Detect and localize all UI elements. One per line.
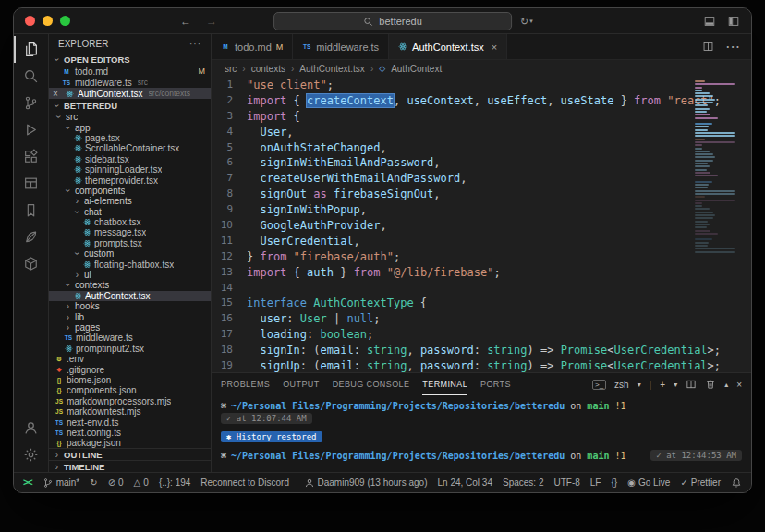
language-mode[interactable]: {}: [611, 478, 617, 488]
minimize-window-button[interactable]: [42, 16, 53, 26]
tree-file-themeprovider.tsx[interactable]: themeprovider.tsx: [49, 175, 211, 185]
indentation[interactable]: Spaces: 2: [503, 478, 543, 488]
discord-reconnect[interactable]: Reconnect to Discord: [200, 478, 289, 488]
new-terminal-button[interactable]: +: [660, 380, 665, 390]
maximize-panel-button[interactable]: ▴: [724, 381, 728, 389]
tree-file-markdowntest.mjs[interactable]: JSmarkdowntest.mjs: [49, 406, 211, 417]
sync-changes[interactable]: ↻: [90, 478, 97, 488]
open-editor-middleware.ts[interactable]: TSmiddleware.tssrc: [49, 77, 211, 88]
tree-file-markdownprocessors.mjs[interactable]: JSmarkdownprocessors.mjs: [49, 396, 211, 406]
notifications[interactable]: [731, 478, 742, 489]
close-window-button[interactable]: [25, 16, 35, 26]
tree-file-sidebar.tsx[interactable]: sidebar.tsx: [49, 154, 211, 164]
tab-todo.md[interactable]: Mtodo.mdM: [212, 34, 293, 59]
toggle-panel-icon[interactable]: [703, 15, 716, 28]
panel-tab-debug-console[interactable]: DEBUG CONSOLE: [333, 373, 410, 395]
breadcrumb-item-src[interactable]: src: [225, 64, 237, 74]
open-editor-todo.md[interactable]: Mtodo.mdM: [49, 66, 211, 77]
minimap[interactable]: [692, 79, 744, 372]
timeline-header[interactable]: › TIMELINE: [49, 460, 211, 472]
customize-layout-icon[interactable]: [727, 15, 740, 28]
tree-file-.gitignore[interactable]: ◆.gitignore: [49, 364, 211, 374]
shell-name[interactable]: zsh: [614, 380, 629, 390]
close-panel-button[interactable]: ×: [736, 380, 742, 390]
tree-folder-custom[interactable]: ›custom: [49, 248, 211, 259]
tree-file-AuthContext.tsx[interactable]: AuthContext.tsx: [49, 291, 211, 301]
terminal-body[interactable]: ⌘~/Personal Files/Programming/Projects/R…: [212, 395, 751, 472]
close-tab-icon[interactable]: ×: [492, 42, 497, 53]
tree-folder-components[interactable]: ›components: [49, 186, 211, 196]
activity-item-account[interactable]: [14, 415, 49, 441]
activity-item-explorer[interactable]: [14, 36, 49, 63]
tree-file-package.json[interactable]: {}package.json: [49, 438, 211, 448]
tree-file-spinningLoader.tsx[interactable]: spinningLoader.tsx: [49, 164, 211, 175]
breadcrumb-item-AuthContext.tsx[interactable]: AuthContext.tsx: [299, 64, 365, 74]
activity-item-table[interactable]: [14, 170, 49, 197]
nav-forward-icon[interactable]: →: [206, 15, 217, 28]
tree-file-page.tsx[interactable]: page.tsx: [49, 133, 211, 143]
breadcrumb[interactable]: src›contexts›AuthContext.tsx›◇AuthContex…: [212, 60, 751, 77]
encoding[interactable]: UTF-8: [553, 478, 579, 488]
nav-back-icon[interactable]: ←: [180, 15, 191, 28]
activity-item-bookmarks[interactable]: [14, 197, 49, 224]
tree-file-floating-chatbox.tsx[interactable]: floating-chatbox.tsx: [49, 259, 211, 269]
tree-file-prompts.tsx[interactable]: prompts.tsx: [49, 238, 211, 248]
shell-dropdown-icon[interactable]: ▾: [638, 381, 641, 389]
tree-folder-contexts[interactable]: ›contexts: [49, 280, 211, 290]
tree-folder-ai-elements[interactable]: ›ai-elements: [49, 196, 211, 206]
close-icon[interactable]: ×: [53, 89, 61, 99]
tree-folder-ui[interactable]: ›ui: [49, 270, 211, 280]
tree-file-middleware.ts[interactable]: TSmiddleware.ts: [49, 332, 211, 343]
activity-item-run-and-debug[interactable]: [14, 116, 49, 143]
bracket-count[interactable]: {..}: 194: [159, 478, 190, 488]
git-blame[interactable]: Daamin909 (13 hours ago): [304, 478, 428, 489]
tree-file-next.config.ts[interactable]: TSnext.config.ts: [49, 428, 211, 438]
tree-folder-chat[interactable]: ›chat: [49, 207, 211, 217]
problems-errors[interactable]: ⊘0: [108, 478, 124, 488]
go-live[interactable]: ◉Go Live: [627, 478, 670, 488]
outline-header[interactable]: › OUTLINE: [49, 448, 211, 460]
tree-file-promptinput2.tsx[interactable]: promptinput2.tsx: [49, 344, 211, 354]
command-center-search[interactable]: betteredu: [273, 12, 512, 30]
panel-tab-terminal[interactable]: TERMINAL: [422, 373, 468, 395]
panel-tab-problems[interactable]: PROBLEMS: [221, 373, 270, 395]
tree-file-biome.json[interactable]: {}biome.json: [49, 375, 211, 385]
code-editor[interactable]: 1"use client";2import { createContext, u…: [212, 77, 751, 372]
panel-tab-output[interactable]: OUTPUT: [283, 373, 319, 395]
tree-file-ScrollableContainer.tsx[interactable]: ScrollableContainer.tsx: [49, 143, 211, 153]
activity-item-cube[interactable]: [14, 250, 49, 277]
sidebar-more-icon[interactable]: ···: [189, 39, 201, 49]
open-editors-header[interactable]: › OPEN EDITORS: [49, 53, 211, 66]
tab-middleware.ts[interactable]: TSmiddleware.ts: [293, 34, 389, 59]
tree-folder-hooks[interactable]: ›hooks: [49, 301, 211, 311]
activity-item-settings[interactable]: [14, 441, 49, 468]
cursor-position[interactable]: Ln 24, Col 34: [437, 478, 492, 488]
tree-folder-app[interactable]: ›app: [49, 122, 211, 132]
activity-item-search[interactable]: [14, 63, 49, 90]
tree-file-.env[interactable]: ⚙.env: [49, 354, 211, 364]
split-editor-icon[interactable]: [702, 41, 714, 53]
git-branch[interactable]: main*: [42, 478, 80, 489]
tree-folder-src[interactable]: ›src: [49, 112, 211, 122]
tree-file-next-env.d.ts[interactable]: TSnext-env.d.ts: [49, 417, 211, 427]
remote-indicator[interactable]: ><: [23, 478, 32, 488]
editor-more-icon[interactable]: ⋯: [725, 38, 740, 55]
kill-terminal-button[interactable]: [705, 379, 716, 390]
tree-folder-pages[interactable]: ›pages: [49, 322, 211, 332]
terminal-dropdown-icon[interactable]: ▾: [674, 381, 677, 389]
prettier[interactable]: ✓Prettier: [680, 478, 721, 488]
tree-file-message.tsx[interactable]: message.tsx: [49, 227, 211, 237]
tree-file-components.json[interactable]: {}components.json: [49, 385, 211, 395]
tree-folder-lib[interactable]: ›lib: [49, 311, 211, 321]
panel-tab-ports[interactable]: PORTS: [480, 373, 511, 395]
split-terminal-button[interactable]: [686, 379, 697, 390]
tree-file-chatbox.tsx[interactable]: chatbox.tsx: [49, 217, 211, 227]
zoom-window-button[interactable]: [60, 16, 70, 26]
breadcrumb-item-AuthContext[interactable]: AuthContext: [391, 64, 442, 74]
eol[interactable]: LF: [590, 478, 601, 488]
breadcrumb-item-contexts[interactable]: contexts: [251, 64, 285, 74]
project-header[interactable]: › BETTEREDU: [49, 99, 211, 112]
refresh-icon[interactable]: ↻▾: [520, 16, 533, 28]
open-editor-AuthContext.tsx[interactable]: ×AuthContext.tsxsrc/contexts: [49, 88, 211, 99]
activity-item-source-control[interactable]: [14, 90, 49, 116]
